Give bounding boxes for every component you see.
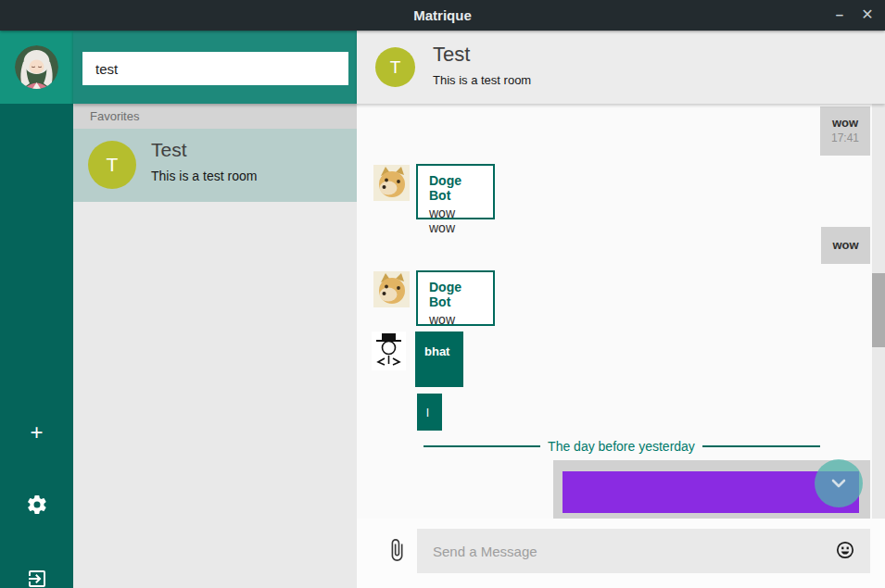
settings-button[interactable]: [0, 494, 73, 519]
doge-bot-avatar: [373, 271, 410, 307]
room-topic: This is a test room: [151, 169, 257, 183]
paperclip-icon: [385, 534, 409, 566]
logout-button[interactable]: [0, 568, 73, 588]
scroll-to-bottom-button[interactable]: [815, 459, 863, 507]
user-avatar[interactable]: [15, 45, 58, 89]
message-bubble-bot: Doge Bot wow wow: [416, 164, 495, 219]
divider-line-left: [424, 445, 540, 447]
message-bubble-bot: Doge Bot wow wow: [416, 270, 495, 326]
sender-name: Doge Bot: [429, 173, 482, 203]
chat-room-title: Test: [433, 43, 470, 67]
chat-area: T Test This is a test room wow 17:41: [357, 31, 885, 588]
divider-line-right: [702, 445, 820, 447]
app-window: Matrique – ✕ +: [0, 0, 885, 588]
message-bubble-own: l: [417, 394, 442, 431]
chat-room-subtitle: This is a test room: [433, 73, 531, 87]
left-rail: +: [0, 31, 73, 588]
message-text: wow wow: [429, 206, 482, 235]
doge-bot-avatar: [373, 165, 410, 201]
message-text: wow: [821, 238, 870, 252]
room-name: Test: [151, 139, 187, 161]
search-input[interactable]: [82, 52, 348, 85]
user-avatar-image: [15, 45, 58, 89]
message-text: bhat: [424, 344, 449, 358]
message-text: wow: [820, 116, 870, 130]
doge-avatar-image: [373, 271, 410, 307]
chevron-down-icon: [827, 471, 851, 495]
scrollbar-thumb[interactable]: [872, 273, 885, 347]
search-bar: [73, 31, 357, 104]
chat-header: T Test This is a test room: [357, 31, 885, 104]
scrollbar-track[interactable]: [872, 104, 885, 519]
window-title: Matrique: [0, 0, 885, 31]
message-bubble-outgoing: wow: [821, 227, 870, 264]
title-bar: Matrique – ✕: [0, 0, 885, 31]
chat-room-avatar: T: [375, 47, 415, 87]
favorites-section-header: Favorites: [73, 104, 357, 129]
room-avatar: T: [88, 141, 136, 189]
message-bubble-member: bhat: [415, 332, 463, 387]
sender-name: Doge Bot: [429, 280, 482, 309]
doge-avatar-image: [373, 165, 410, 201]
date-divider: The day before yesterday: [540, 439, 702, 454]
message-input[interactable]: [417, 529, 870, 573]
room-list-item-test[interactable]: T Test This is a test room: [73, 129, 357, 202]
exit-icon: [26, 568, 48, 588]
room-list-panel: Favorites T Test This is a test room: [73, 31, 357, 588]
minimize-button[interactable]: –: [824, 0, 855, 31]
message-timestamp: 17:41: [820, 131, 870, 144]
message-timeline: wow 17:41 Doge Bot wow wow: [357, 104, 885, 519]
composer-bar: [357, 519, 885, 588]
smiley-icon: [836, 541, 854, 559]
message-text: l: [426, 406, 429, 419]
gear-icon: [26, 494, 48, 516]
attach-file-button[interactable]: [385, 534, 411, 568]
stickman-hat-avatar-image: [372, 332, 406, 370]
profile-section: [0, 31, 73, 104]
message-bubble-outgoing: wow 17:41: [820, 106, 870, 156]
add-room-button[interactable]: +: [0, 419, 73, 445]
bhat-avatar: [372, 332, 406, 370]
close-button[interactable]: ✕: [852, 0, 883, 31]
emoji-picker-button[interactable]: [836, 541, 856, 561]
